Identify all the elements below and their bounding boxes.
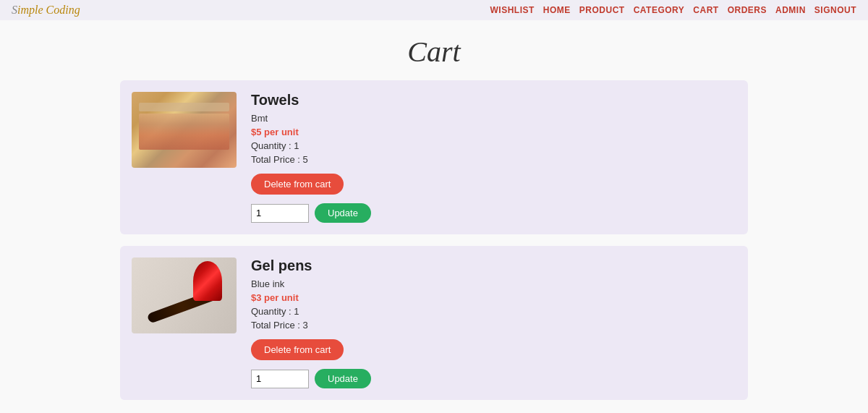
nav-product[interactable]: PRODUCT [579, 5, 625, 15]
product-image-gelpens [132, 257, 237, 333]
nav-cart[interactable]: CART [693, 5, 718, 15]
cart-item-gelpens: Gel pens Blue ink $3 per unit Quantity :… [120, 246, 748, 400]
cart-item-towels: Towels Bmt $5 per unit Quantity : 1 Tota… [120, 80, 748, 234]
item-quantity-towels: Quantity : 1 [251, 140, 736, 151]
update-button-towels[interactable]: Update [315, 203, 371, 223]
cart-main: Towels Bmt $5 per unit Quantity : 1 Tota… [109, 80, 760, 413]
item-brand-towels: Bmt [251, 113, 736, 124]
product-image-towels [132, 92, 237, 168]
nav-home[interactable]: HOME [543, 5, 571, 15]
update-row-towels: Update [251, 203, 736, 223]
item-price-towels: $5 per unit [251, 127, 736, 137]
nav: WISHLIST HOME PRODUCT CATEGORY CART ORDE… [490, 5, 856, 15]
delete-button-towels[interactable]: Delete from cart [251, 174, 344, 195]
delete-button-gelpens[interactable]: Delete from cart [251, 339, 344, 360]
nav-wishlist[interactable]: WISHLIST [490, 5, 534, 15]
logo: Simple Coding [12, 4, 80, 17]
nav-admin[interactable]: ADMIN [775, 5, 806, 15]
qty-input-gelpens[interactable] [251, 370, 309, 388]
nav-signout[interactable]: SIGNOUT [814, 5, 856, 15]
nav-category[interactable]: CATEGORY [634, 5, 685, 15]
item-price-gelpens: $3 per unit [251, 292, 736, 303]
page-title: Cart [0, 35, 868, 69]
item-brand-gelpens: Blue ink [251, 278, 736, 289]
qty-input-towels[interactable] [251, 204, 309, 223]
update-row-gelpens: Update [251, 369, 736, 388]
item-total-towels: Total Price : 5 [251, 154, 736, 165]
cart-info-towels: Towels Bmt $5 per unit Quantity : 1 Tota… [251, 92, 736, 223]
item-quantity-gelpens: Quantity : 1 [251, 306, 736, 317]
item-name-gelpens: Gel pens [251, 257, 736, 274]
update-button-gelpens[interactable]: Update [315, 369, 371, 388]
item-name-towels: Towels [251, 92, 736, 108]
header: Simple Coding WISHLIST HOME PRODUCT CATE… [0, 0, 868, 20]
nav-orders[interactable]: ORDERS [728, 5, 767, 15]
item-total-gelpens: Total Price : 3 [251, 320, 736, 331]
cart-info-gelpens: Gel pens Blue ink $3 per unit Quantity :… [251, 257, 736, 388]
